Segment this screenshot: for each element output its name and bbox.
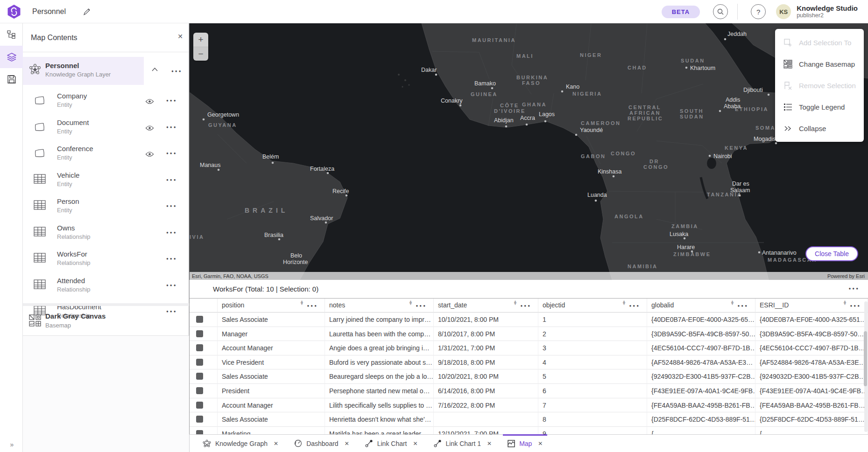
layer-options-icon[interactable]: ●●● bbox=[166, 230, 177, 235]
layer-row-document[interactable]: DocumentEntity●●● bbox=[23, 114, 189, 140]
table-cell[interactable]: {3DB9A59C-B5FA-49CB-8597-50… bbox=[755, 327, 868, 341]
table-cell[interactable]: 3 bbox=[538, 341, 647, 355]
menu-item-collapse[interactable]: Collapse bbox=[775, 118, 864, 139]
row-checkbox[interactable] bbox=[196, 344, 203, 351]
table-cell[interactable]: 10/10/2021, 8:00 PM bbox=[434, 313, 538, 327]
table-cell[interactable]: {40DE0B7A-EF0E-4000-A325-651… bbox=[755, 313, 868, 327]
table-options-icon[interactable]: ●●● bbox=[849, 286, 860, 291]
layer-options-icon[interactable]: ●●● bbox=[166, 257, 177, 261]
row-checkbox[interactable] bbox=[196, 359, 203, 366]
menu-item-toggle-legend[interactable]: Toggle Legend bbox=[775, 96, 864, 118]
column-header-esri__id[interactable]: ESRI__ID▲▼●●● bbox=[755, 299, 868, 313]
table-cell[interactable]: Manager bbox=[218, 327, 325, 341]
column-header-notes[interactable]: notes▲▼●●● bbox=[325, 299, 434, 313]
rail-save-button[interactable] bbox=[0, 68, 23, 90]
close-tab-icon[interactable]: ✕ bbox=[274, 440, 278, 447]
help-button[interactable]: ? bbox=[751, 4, 766, 19]
table-cell[interactable] bbox=[434, 412, 538, 427]
tab-knowledge-graph[interactable]: Knowledge Graph✕ bbox=[198, 435, 283, 452]
sort-icon[interactable]: ▲▼ bbox=[300, 300, 304, 305]
table-cell[interactable]: 6/14/2016, 8:00 PM bbox=[434, 384, 538, 398]
expand-rail-button[interactable]: » bbox=[0, 441, 23, 448]
layer-row-person[interactable]: PersonEntity●●● bbox=[23, 193, 189, 219]
collapse-group-icon[interactable] bbox=[152, 68, 158, 71]
table-cell[interactable]: 8/10/2017, 8:00 PM bbox=[434, 327, 538, 341]
table-cell[interactable]: {9249032D-E300-41B5-937F-C2B… bbox=[647, 369, 755, 384]
row-checkbox[interactable] bbox=[196, 316, 203, 323]
table-cell[interactable]: 10/20/2021, 8:00 PM bbox=[434, 369, 538, 384]
row-checkbox[interactable] bbox=[196, 416, 203, 423]
layer-options-icon[interactable]: ●●● bbox=[166, 125, 177, 129]
close-tab-icon[interactable]: ✕ bbox=[345, 440, 349, 447]
table-cell[interactable]: {… bbox=[755, 427, 868, 434]
table-cell[interactable]: 8 bbox=[538, 412, 647, 427]
close-panel-icon[interactable]: ✕ bbox=[177, 33, 183, 40]
table-cell[interactable]: {FE4A59AB-BAA2-495B-B261-FB… bbox=[755, 398, 868, 413]
table-cell[interactable]: 5 bbox=[538, 369, 647, 384]
close-tab-icon[interactable]: ✕ bbox=[413, 440, 418, 447]
layer-row-owns[interactable]: OwnsRelationship●●● bbox=[23, 220, 189, 246]
basemap-row[interactable]: Dark Gray Canvas Basemap bbox=[23, 306, 189, 336]
close-table-button[interactable]: Close Table bbox=[805, 246, 858, 261]
row-checkbox[interactable] bbox=[196, 402, 203, 409]
table-cell[interactable]: {9249032D-E300-41B5-937F-C2B… bbox=[755, 369, 868, 384]
table-cell[interactable]: {D25F8DCF-62DC-4D53-889F-51… bbox=[755, 412, 868, 427]
table-cell[interactable]: 7/16/2022, 8:00 PM bbox=[434, 398, 538, 413]
tab-map[interactable]: Map✕ bbox=[503, 435, 547, 452]
zoom-in-button[interactable]: + bbox=[193, 33, 208, 47]
visibility-eye-icon[interactable] bbox=[145, 151, 154, 159]
sort-icon[interactable]: ▲▼ bbox=[513, 300, 517, 305]
table-cell[interactable]: {AF524884-9826-478A-A53A-E3E… bbox=[755, 355, 868, 370]
group-options-icon[interactable]: ●●● bbox=[171, 69, 183, 73]
table-cell[interactable]: {40DE0B7A-EF0E-4000-A325-65… bbox=[647, 313, 755, 327]
sort-icon[interactable]: ▲▼ bbox=[730, 300, 734, 305]
rail-project-structure-button[interactable] bbox=[0, 23, 23, 46]
layer-row-attended[interactable]: AttendedRelationship●●● bbox=[23, 272, 189, 299]
tab-dashboard[interactable]: Dashboard✕ bbox=[289, 435, 354, 452]
table-cell[interactable]: Account Manager bbox=[218, 398, 325, 413]
table-cell[interactable]: 1 bbox=[538, 313, 647, 327]
sort-icon[interactable]: ▲▼ bbox=[622, 300, 626, 305]
column-header-objectid[interactable]: objectid▲▼●●● bbox=[538, 299, 647, 313]
close-tab-icon[interactable]: ✕ bbox=[487, 440, 492, 447]
table-cell[interactable]: Sales Associate bbox=[218, 369, 325, 384]
table-cell[interactable]: 6 bbox=[538, 384, 647, 398]
layer-options-icon[interactable]: ●●● bbox=[166, 151, 177, 155]
table-cell[interactable]: Account Manager bbox=[218, 341, 325, 355]
table-cell[interactable]: {FE4A59AB-BAA2-495B-B261-FB… bbox=[647, 398, 755, 413]
table-cell[interactable]: {AF524884-9826-478A-A53A-E3… bbox=[647, 355, 755, 370]
layer-options-icon[interactable]: ●●● bbox=[166, 204, 177, 208]
column-header-start_date[interactable]: start_date▲▼●●● bbox=[434, 299, 538, 313]
table-scrollbar-thumb[interactable] bbox=[864, 331, 867, 386]
tab-link-chart-1[interactable]: Link Chart 1✕ bbox=[429, 435, 497, 452]
menu-item-change-basemap[interactable]: Change Basemap bbox=[775, 53, 864, 75]
sort-icon[interactable]: ▲▼ bbox=[409, 300, 413, 305]
column-options-icon[interactable]: ●●● bbox=[307, 299, 318, 313]
row-checkbox[interactable] bbox=[196, 330, 203, 337]
sort-icon[interactable]: ▲▼ bbox=[843, 300, 847, 305]
table-cell[interactable]: Marketing bbox=[218, 427, 325, 434]
table-cell[interactable]: 2 bbox=[538, 327, 647, 341]
table-cell[interactable]: Persephone started new metal o… bbox=[325, 384, 434, 398]
table-cell[interactable]: Lilith specifically sells supplies to … bbox=[325, 398, 434, 413]
column-options-icon[interactable]: ●●● bbox=[850, 299, 861, 313]
search-button[interactable] bbox=[713, 4, 728, 19]
layer-options-icon[interactable]: ●●● bbox=[166, 98, 177, 103]
table-cell[interactable]: {D25F8DCF-62DC-4D53-889F-51… bbox=[647, 412, 755, 427]
column-options-icon[interactable]: ●●● bbox=[738, 299, 749, 313]
table-cell[interactable]: 1/31/2021, 7:00 PM bbox=[434, 341, 538, 355]
table-cell[interactable]: Angie does a great job bringing i… bbox=[325, 341, 434, 355]
row-checkbox[interactable] bbox=[196, 373, 203, 380]
layer-options-icon[interactable]: ●●● bbox=[166, 283, 177, 287]
tab-link-chart[interactable]: Link Chart✕ bbox=[360, 435, 423, 452]
column-options-icon[interactable]: ●●● bbox=[416, 299, 427, 313]
table-cell[interactable]: {4EC56104-CCC7-4907-BF7D-1B… bbox=[647, 341, 755, 355]
row-checkbox[interactable] bbox=[196, 387, 203, 394]
table-cell[interactable]: 7 bbox=[538, 398, 647, 413]
table-cell[interactable]: Beauregard sleeps on the job a lo… bbox=[325, 369, 434, 384]
close-tab-icon[interactable]: ✕ bbox=[538, 440, 543, 447]
table-cell[interactable]: 9/18/2018, 8:00 PM bbox=[434, 355, 538, 370]
table-cell[interactable]: {F43E91EE-097A-40A1-9C4E-9FB… bbox=[755, 384, 868, 398]
layer-row-vehicle[interactable]: VehicleEntity●●● bbox=[23, 167, 189, 193]
table-cell[interactable]: Sales Associate bbox=[218, 313, 325, 327]
